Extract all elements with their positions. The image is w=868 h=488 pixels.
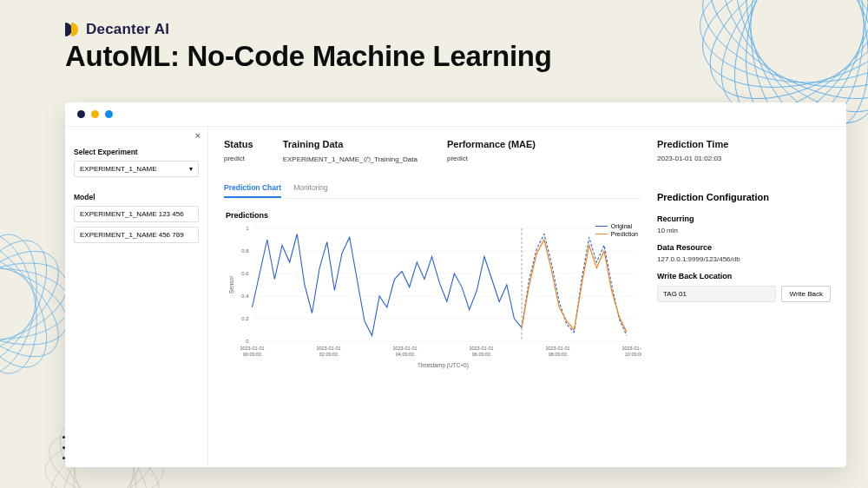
- legend-prediction: Prediction: [611, 231, 638, 237]
- sidebar: × Select Experiment EXPERIMENT_1_NAME ▾ …: [65, 127, 208, 467]
- config-header: Prediction Configuration: [657, 192, 831, 202]
- svg-point-17: [0, 228, 47, 379]
- svg-text:2023-01-01: 2023-01-01: [621, 346, 641, 351]
- prediction-time-label: Prediction Time: [657, 139, 831, 149]
- svg-text:Timestamp (UTC+0): Timestamp (UTC+0): [418, 362, 469, 369]
- chevron-down-icon: ▾: [189, 165, 193, 173]
- svg-text:0: 0: [246, 339, 249, 344]
- page-headline: AutoML: No-Code Machine Learning: [65, 40, 552, 73]
- select-experiment-label: Select Experiment: [74, 148, 199, 156]
- data-resource-label: Data Resource: [657, 243, 831, 252]
- status-value: predict: [224, 155, 253, 162]
- svg-point-15: [0, 226, 66, 382]
- recurring-label: Recurring: [657, 214, 831, 223]
- legend-original: Original: [611, 223, 632, 229]
- writeback-button[interactable]: Write Back: [781, 286, 831, 302]
- tabs: Prediction Chart Monitoring: [224, 183, 641, 199]
- window-dot-blue: [105, 110, 113, 118]
- svg-text:04:00:00: 04:00:00: [396, 352, 414, 357]
- data-resource-value: 127.0.0.1:9999/123/456/db: [657, 255, 831, 263]
- svg-text:08:00:00: 08:00:00: [549, 352, 567, 357]
- svg-text:0.6: 0.6: [241, 271, 249, 276]
- model-label: Model: [74, 193, 199, 201]
- svg-point-18: [0, 226, 66, 382]
- svg-text:10:00:00: 10:00:00: [625, 352, 641, 357]
- svg-point-12: [0, 269, 70, 340]
- app-window: × Select Experiment EXPERIMENT_1_NAME ▾ …: [65, 102, 846, 467]
- svg-point-16: [0, 228, 47, 379]
- svg-text:2023-01-01: 2023-01-01: [545, 346, 569, 351]
- svg-point-0: [700, 0, 869, 82]
- window-dot-navy: [77, 110, 85, 118]
- svg-text:1: 1: [246, 226, 249, 231]
- svg-point-1: [694, 0, 868, 109]
- svg-text:2023-01-01: 2023-01-01: [316, 346, 340, 351]
- chart-title: Predictions: [226, 211, 641, 220]
- brand: Decanter AI: [65, 21, 552, 38]
- training-data-label: Training Data: [283, 139, 418, 149]
- writeback-tag[interactable]: TAG 01: [657, 286, 776, 302]
- training-data-value: EXPERIMENT_1_NAME_の_Training_Data: [283, 155, 418, 164]
- performance-value: predict: [447, 155, 536, 162]
- tab-prediction-chart[interactable]: Prediction Chart: [224, 183, 281, 198]
- tab-monitoring[interactable]: Monitoring: [293, 183, 328, 198]
- svg-text:0.4: 0.4: [241, 293, 249, 299]
- svg-text:2023-01-01: 2023-01-01: [469, 346, 493, 351]
- svg-text:0.2: 0.2: [241, 316, 249, 321]
- experiment-select-value: EXPERIMENT_1_NAME: [80, 165, 156, 173]
- model-option-1[interactable]: EXPERIMENT_1_NAME 456 789: [74, 227, 199, 243]
- performance-label: Performance (MAE): [447, 139, 536, 149]
- svg-text:02:00:00: 02:00:00: [319, 352, 338, 357]
- chart-legend: Original Prediction: [595, 223, 638, 239]
- window-dot-yellow: [91, 110, 99, 118]
- svg-text:2023-01-01: 2023-01-01: [240, 346, 264, 351]
- window-titlebar: [65, 102, 846, 127]
- brand-name: Decanter AI: [86, 21, 169, 38]
- predictions-chart: Original Prediction 00.20.40.60.812023-0…: [224, 223, 641, 371]
- prediction-time-value: 2023-01-01 01:02:03: [657, 155, 831, 162]
- svg-text:0.8: 0.8: [241, 248, 249, 254]
- status-label: Status: [224, 139, 253, 149]
- writeback-label: Write Back Location: [657, 272, 831, 280]
- model-option-0[interactable]: EXPERIMENT_1_NAME 123 456: [74, 206, 199, 222]
- recurring-value: 10 min: [657, 227, 831, 234]
- svg-text:00:00:00: 00:00:00: [243, 352, 261, 357]
- sidebar-close-icon[interactable]: ×: [195, 130, 201, 141]
- experiment-select[interactable]: EXPERIMENT_1_NAME ▾: [74, 161, 199, 177]
- svg-point-11: [694, 0, 868, 109]
- svg-text:06:00:00: 06:00:00: [472, 352, 490, 357]
- brand-logo-icon: [65, 23, 79, 36]
- svg-text:2023-01-01: 2023-01-01: [392, 346, 417, 351]
- svg-text:Sensor: Sensor: [228, 275, 234, 293]
